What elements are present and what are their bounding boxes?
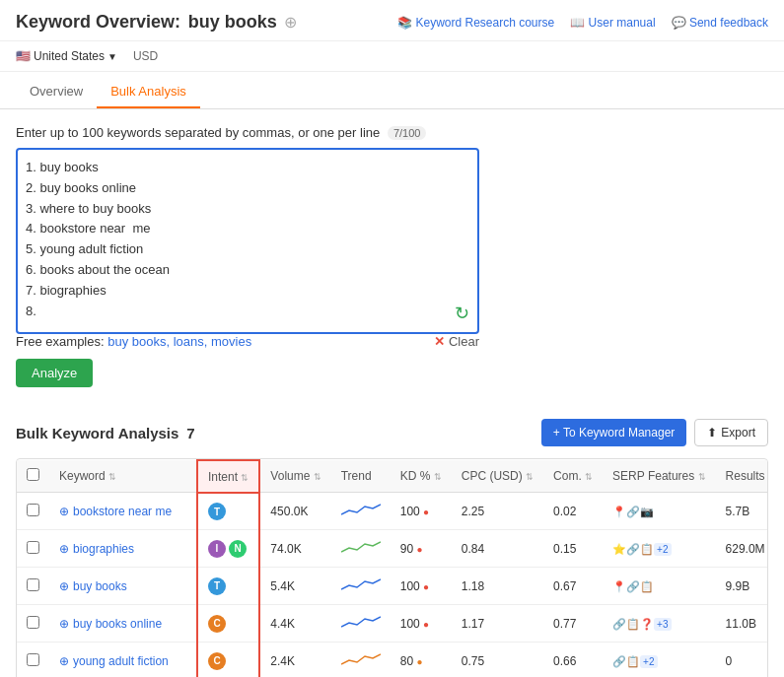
- col-header-results[interactable]: Results ⇅: [716, 460, 768, 493]
- results-cell: 9.9B: [716, 568, 768, 605]
- trend-cell: [331, 568, 391, 605]
- com-cell: 0.77: [543, 605, 603, 643]
- trend-sparkline: [341, 538, 381, 556]
- header-nav: 📚 Keyword Research course 📖 User manual …: [397, 16, 768, 30]
- tab-bulk-analysis[interactable]: Bulk Analysis: [97, 76, 200, 108]
- tabs-bar: Overview Bulk Analysis: [0, 76, 784, 109]
- kd-dot-icon: ●: [423, 507, 429, 517]
- intent-cell: T: [197, 568, 259, 605]
- intent-cell: C: [197, 643, 259, 677]
- keyword-table-container: Keyword ⇅ Intent ⇅ Volume ⇅ Trend KD % ⇅…: [16, 458, 768, 677]
- keyword-cell: ⊕bookstore near me: [49, 493, 197, 530]
- keyword-table: Keyword ⇅ Intent ⇅ Volume ⇅ Trend KD % ⇅…: [17, 459, 768, 677]
- to-keyword-manager-button[interactable]: + To Keyword Manager: [541, 419, 687, 446]
- keyword-cell: ⊕buy books online: [49, 605, 197, 643]
- x-icon: ✕: [434, 334, 445, 349]
- col-header-com[interactable]: Com. ⇅: [543, 460, 603, 493]
- section-title: Bulk Keyword Analysis 7: [16, 425, 194, 441]
- title-keyword: buy books: [188, 12, 277, 32]
- table-row: ⊕young adult fictionC2.4K 80 ●0.750.66🔗📋…: [17, 643, 768, 677]
- trend-cell: [331, 605, 391, 643]
- sub-header: 🇺🇸 United States ▼ USD: [0, 41, 784, 72]
- list-icon: 📋: [626, 618, 640, 630]
- free-examples-link[interactable]: buy books, loans, movies: [107, 334, 251, 349]
- serp-cell: 📍🔗📋: [603, 568, 715, 605]
- export-button[interactable]: ⬆ Export: [694, 419, 768, 446]
- row-checkbox[interactable]: [27, 541, 39, 554]
- keyword-link[interactable]: bookstore near me: [73, 505, 172, 518]
- user-manual-link[interactable]: 📖 User manual: [570, 16, 655, 30]
- location-icon: 📍: [612, 506, 626, 517]
- kd-dot-icon: ●: [416, 544, 422, 555]
- com-cell: 0.15: [543, 530, 603, 568]
- table-row: ⊕biographiesIN74.0K 90 ●0.840.15⭐🔗📋+2629…: [17, 530, 768, 568]
- free-examples-row: Free examples: buy books, loans, movies …: [16, 334, 479, 349]
- col-header-volume[interactable]: Volume ⇅: [259, 460, 330, 493]
- cpc-cell: 1.17: [452, 605, 543, 643]
- keyword-link[interactable]: buy books online: [73, 617, 162, 631]
- serp-cell: 🔗📋❓+3: [603, 605, 715, 643]
- location-icon: 📍: [612, 580, 626, 592]
- tab-overview[interactable]: Overview: [16, 76, 97, 108]
- keyword-cell: ⊕biographies: [49, 530, 197, 568]
- keyword-textarea-wrapper: 1. buy books 2. buy books online 3. wher…: [16, 148, 479, 334]
- analyze-button[interactable]: Analyze: [16, 359, 93, 387]
- col-header-kd[interactable]: KD % ⇅: [391, 460, 452, 493]
- add-keyword-icon[interactable]: ⊕: [59, 542, 69, 556]
- clear-button[interactable]: ✕ Clear: [434, 334, 479, 349]
- results-cell: 0: [716, 643, 768, 677]
- add-keyword-icon[interactable]: ⊕: [59, 617, 69, 631]
- list-icon: 📋: [626, 655, 640, 667]
- col-header-serp[interactable]: SERP Features ⇅: [603, 460, 715, 493]
- link-icon: 🔗: [612, 618, 626, 630]
- trend-sparkline: [341, 650, 381, 668]
- table-row: ⊕bookstore near meT450.0K 100 ●2.250.02📍…: [17, 493, 768, 530]
- country-name: United States: [34, 49, 105, 63]
- col-header-keyword[interactable]: Keyword ⇅: [49, 460, 197, 493]
- country-selector[interactable]: 🇺🇸 United States ▼: [16, 49, 117, 63]
- keyword-research-course-link[interactable]: 📚 Keyword Research course: [397, 16, 554, 30]
- intent-badge: C: [208, 652, 226, 670]
- refresh-icon[interactable]: ↻: [455, 303, 469, 324]
- kd-dot-icon: ●: [416, 656, 422, 667]
- volume-cell: 2.4K: [259, 643, 330, 677]
- keyword-link[interactable]: young adult fiction: [73, 654, 169, 668]
- row-checkbox[interactable]: [27, 653, 39, 666]
- select-all-checkbox[interactable]: [27, 468, 39, 481]
- col-header-cpc[interactable]: CPC (USD) ⇅: [452, 460, 543, 493]
- row-checkbox[interactable]: [27, 578, 39, 591]
- trend-sparkline: [341, 501, 381, 518]
- results-cell: 5.7B: [716, 493, 768, 530]
- bulk-description: Enter up to 100 keywords separated by co…: [16, 125, 768, 140]
- intent-badge: N: [229, 540, 247, 558]
- add-keyword-icon[interactable]: ⊕: [59, 505, 69, 518]
- list-icon: 📋: [640, 543, 654, 555]
- cpc-cell: 0.84: [452, 530, 543, 568]
- trend-cell: [331, 643, 391, 677]
- link-icon: 🔗: [626, 543, 640, 555]
- title-add-icon[interactable]: ⊕: [284, 14, 297, 31]
- keyword-textarea[interactable]: 1. buy books 2. buy books online 3. wher…: [26, 158, 469, 321]
- col-header-trend[interactable]: Trend: [331, 460, 391, 493]
- add-keyword-icon[interactable]: ⊕: [59, 579, 69, 593]
- row-checkbox[interactable]: [27, 616, 39, 629]
- plus-badge: +2: [654, 543, 671, 556]
- star-icon: ⭐: [612, 543, 626, 555]
- plus-badge: +3: [654, 618, 671, 631]
- col-header-intent[interactable]: Intent ⇅: [197, 460, 259, 493]
- serp-cell: 📍🔗📷: [603, 493, 715, 530]
- plus-badge: +2: [640, 655, 657, 668]
- question-icon: ❓: [640, 618, 654, 630]
- intent-badge: T: [208, 503, 226, 520]
- trend-cell: [331, 493, 391, 530]
- volume-cell: 5.4K: [259, 568, 330, 605]
- keyword-link[interactable]: biographies: [73, 542, 134, 556]
- send-feedback-link[interactable]: 💬 Send feedback: [672, 16, 768, 30]
- trend-cell: [331, 530, 391, 568]
- add-keyword-icon[interactable]: ⊕: [59, 654, 69, 668]
- intent-badge: C: [208, 615, 226, 633]
- row-checkbox[interactable]: [27, 504, 39, 516]
- kd-dot-icon: ●: [423, 581, 429, 592]
- link-icon: 🔗: [626, 506, 640, 517]
- keyword-link[interactable]: buy books: [73, 579, 127, 593]
